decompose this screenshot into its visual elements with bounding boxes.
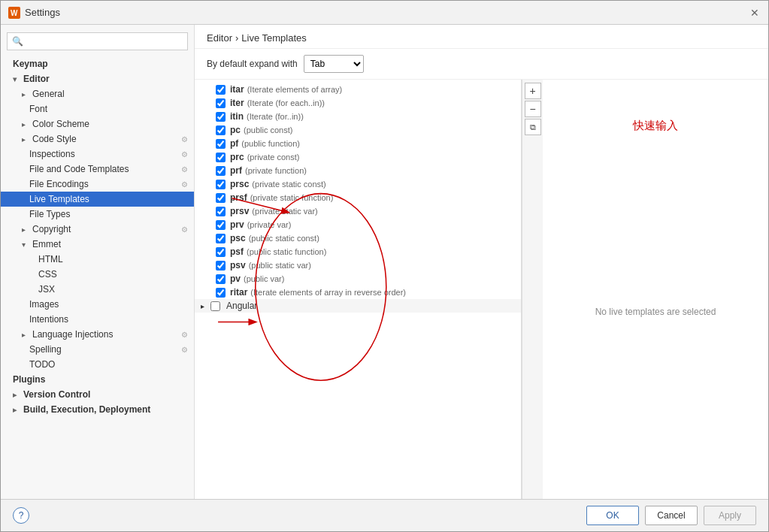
template-checkbox-pc[interactable]	[216, 125, 226, 135]
sidebar-item-label: JSX	[38, 284, 55, 295]
template-item-itar[interactable]: itar (Iterate elements of array)	[195, 83, 521, 96]
sidebar-item-label: Version Control	[23, 389, 90, 400]
breadcrumb-sep: ›	[235, 32, 238, 44]
sidebar-item-editor[interactable]: ▾ Editor	[1, 71, 194, 86]
template-checkbox-psv[interactable]	[216, 261, 226, 271]
main-panel: Editor › Live Templates By default expan…	[195, 25, 768, 499]
sidebar-actions: + − ⧉	[522, 80, 543, 499]
search-input[interactable]	[26, 36, 183, 47]
breadcrumb: Editor › Live Templates	[195, 25, 768, 49]
template-checkbox-prf[interactable]	[216, 166, 226, 176]
help-button[interactable]: ?	[13, 507, 29, 524]
angular-section-label: Angular	[226, 301, 257, 311]
template-item-psf[interactable]: psf (public static function)	[195, 245, 521, 258]
remove-button[interactable]: −	[525, 101, 541, 117]
template-checkbox-ritar[interactable]	[216, 288, 226, 298]
template-checkbox-prc[interactable]	[216, 153, 226, 162]
sidebar: 🔍 Keymap ▾ Editor ▸ General Font	[1, 25, 195, 499]
template-item-ritar[interactable]: ritar (Iterate elements of array in reve…	[195, 286, 521, 299]
sidebar-item-build-execution-deployment[interactable]: ▸ Build, Execution, Deployment	[1, 402, 194, 417]
chevron-right-icon: ▸	[22, 120, 29, 128]
expand-with-select[interactable]: Tab Enter Space	[304, 55, 364, 73]
sidebar-item-color-scheme[interactable]: ▸ Color Scheme	[1, 116, 194, 131]
sidebar-item-file-encodings[interactable]: File Encodings ⚙	[1, 177, 194, 192]
template-item-prc[interactable]: prc (private const)	[195, 150, 521, 164]
sidebar-item-copyright[interactable]: ▸ Copyright ⚙	[1, 222, 194, 237]
ok-button[interactable]: OK	[586, 506, 639, 525]
template-item-prv[interactable]: prv (private var)	[195, 218, 521, 231]
sidebar-item-version-control[interactable]: ▸ Version Control	[1, 387, 194, 402]
template-checkbox-pf[interactable]	[216, 139, 226, 149]
sidebar-item-css[interactable]: CSS	[1, 267, 194, 282]
sidebar-item-language-injections[interactable]: ▸ Language Injections ⚙	[1, 327, 194, 342]
no-selection-text: No live templates are selected	[595, 307, 716, 317]
template-item-prf[interactable]: prf (private function)	[195, 164, 521, 177]
sidebar-item-intentions[interactable]: Intentions	[1, 312, 194, 327]
add-button[interactable]: +	[525, 83, 541, 99]
sidebar-item-file-types[interactable]: File Types	[1, 207, 194, 222]
template-item-pf[interactable]: pf (public function)	[195, 137, 521, 150]
template-checkbox-itin[interactable]	[216, 112, 226, 122]
sidebar-item-plugins[interactable]: Plugins	[1, 372, 194, 387]
angular-section-checkbox[interactable]	[210, 301, 220, 311]
chevron-right-icon: ▸	[22, 331, 29, 339]
template-checkbox-iter[interactable]	[216, 98, 226, 108]
sidebar-item-label: Spelling	[29, 344, 62, 355]
sidebar-item-label: Keymap	[13, 59, 48, 69]
template-checkbox-prsv[interactable]	[216, 207, 226, 216]
sidebar-item-keymap[interactable]: Keymap	[1, 56, 194, 71]
template-checkbox-prsc[interactable]	[216, 180, 226, 189]
chevron-down-icon: ▾	[22, 240, 29, 249]
apply-button[interactable]: Apply	[704, 506, 756, 525]
angular-section-header[interactable]: ▸ Angular	[195, 299, 521, 313]
sidebar-item-images[interactable]: Images	[1, 297, 194, 312]
template-item-pv[interactable]: pv (public var)	[195, 272, 521, 286]
title-bar: W Settings ✕	[1, 1, 768, 25]
template-item-prsf[interactable]: prsf (private static function)	[195, 191, 521, 204]
sidebar-item-font[interactable]: Font	[1, 101, 194, 116]
template-item-pc[interactable]: pc (public const)	[195, 123, 521, 137]
sidebar-item-label: Images	[29, 299, 59, 310]
settings-icon: ⚙	[181, 150, 188, 159]
sidebar-item-label: File and Code Templates	[29, 164, 129, 174]
sidebar-item-live-templates[interactable]: Live Templates	[1, 192, 194, 207]
title-bar-left: W Settings	[8, 7, 60, 19]
sidebar-item-inspections[interactable]: Inspections ⚙	[1, 147, 194, 162]
close-button[interactable]: ✕	[749, 7, 761, 19]
chevron-right-icon: ▸	[22, 225, 29, 234]
toolbar: By default expand with Tab Enter Space	[195, 49, 768, 80]
settings-icon: ⚙	[181, 225, 188, 234]
sidebar-item-file-and-code-templates[interactable]: File and Code Templates ⚙	[1, 162, 194, 177]
template-checkbox-prsf[interactable]	[216, 193, 226, 203]
template-item-iter[interactable]: iter (Iterate (for each..in))	[195, 96, 521, 110]
template-checkbox-psf[interactable]	[216, 247, 226, 257]
copy-button[interactable]: ⧉	[525, 119, 541, 135]
template-item-prsc[interactable]: prsc (private static const)	[195, 177, 521, 191]
sidebar-item-spelling[interactable]: Spelling ⚙	[1, 342, 194, 357]
settings-icon: ⚙	[181, 180, 188, 189]
template-checkbox-prv[interactable]	[216, 220, 226, 230]
sidebar-item-html[interactable]: HTML	[1, 252, 194, 267]
annotation-label: 快速输入	[633, 119, 678, 131]
sidebar-item-jsx[interactable]: JSX	[1, 282, 194, 297]
chevron-right-icon: ▸	[13, 391, 20, 399]
template-checkbox-psc[interactable]	[216, 234, 226, 243]
sidebar-item-emmet[interactable]: ▾ Emmet	[1, 237, 194, 252]
chevron-down-icon: ▾	[13, 75, 20, 83]
sidebar-item-label: Code Style	[32, 134, 77, 144]
sidebar-item-label: Plugins	[13, 374, 45, 385]
template-checkbox-itar[interactable]	[216, 85, 226, 95]
template-item-prsv[interactable]: prsv (private static var)	[195, 204, 521, 218]
search-box[interactable]: 🔍	[7, 32, 188, 50]
template-checkbox-pv[interactable]	[216, 274, 226, 284]
sidebar-item-code-style[interactable]: ▸ Code Style ⚙	[1, 131, 194, 147]
sidebar-item-general[interactable]: ▸ General	[1, 86, 194, 101]
settings-icon: ⚙	[181, 165, 188, 174]
template-item-psc[interactable]: psc (public static const)	[195, 231, 521, 245]
cancel-button[interactable]: Cancel	[645, 506, 698, 525]
svg-text:W: W	[11, 9, 18, 17]
sidebar-item-label: General	[32, 89, 65, 99]
sidebar-item-todo[interactable]: TODO	[1, 357, 194, 372]
template-item-psv[interactable]: psv (public static var)	[195, 258, 521, 272]
template-item-itin[interactable]: itin (Iterate (for..in))	[195, 110, 521, 123]
